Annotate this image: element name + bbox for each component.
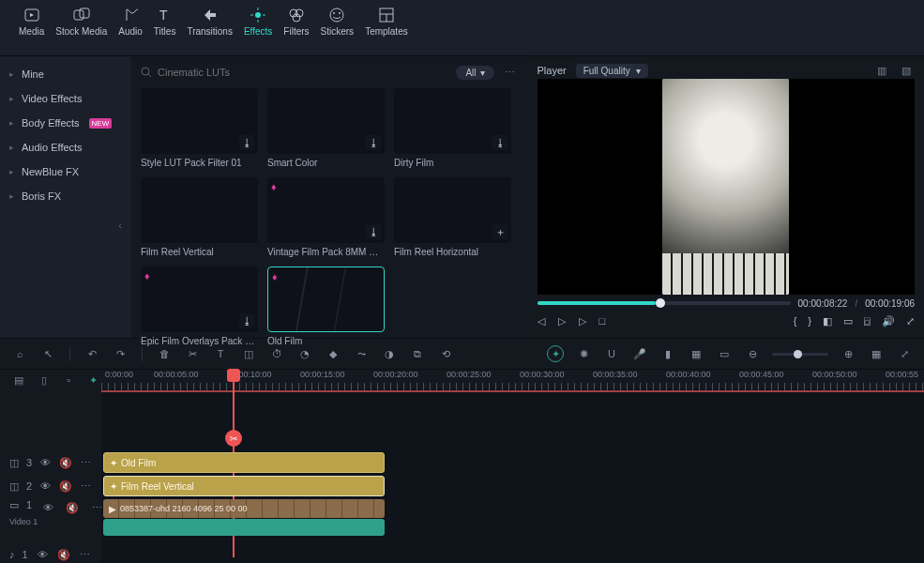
download-icon[interactable]: ⭳ xyxy=(492,135,507,150)
lock-icon[interactable]: ⋯ xyxy=(80,478,92,495)
thumb-label: Film Reel Horizontal xyxy=(394,247,511,257)
prev-frame-button[interactable]: ◁ xyxy=(538,315,545,327)
mute-icon[interactable]: 🔇 xyxy=(64,499,81,516)
add-icon[interactable]: ＋ xyxy=(492,224,507,239)
speed-button[interactable]: ⏱ xyxy=(268,345,285,362)
timeline-opts-icon[interactable]: ▤ xyxy=(11,372,27,388)
snap-icon[interactable]: ▫ xyxy=(61,372,77,388)
snapshot-button[interactable]: ⌼ xyxy=(864,315,871,327)
mute-icon[interactable]: 🔇 xyxy=(59,454,72,471)
compare-icon[interactable]: ▥ xyxy=(873,62,890,79)
redo-button[interactable]: ↷ xyxy=(112,345,129,362)
quality-dropdown[interactable]: Full Quality ▾ xyxy=(576,64,648,78)
auto-ripple-icon[interactable]: ▯ xyxy=(37,372,53,388)
effect-thumb[interactable]: ⭳Style LUT Pack Filter 01 xyxy=(141,88,258,168)
sidebar-item[interactable]: ▸NewBlue FX xyxy=(0,160,131,184)
play-button[interactable]: ▷ xyxy=(558,315,566,327)
fit-button[interactable]: ⤢ xyxy=(896,345,913,362)
effect-thumb[interactable]: Film Reel Vertical xyxy=(141,177,258,257)
fullscreen-button[interactable]: ⤢ xyxy=(906,315,915,327)
volume-button[interactable]: 🔊 xyxy=(882,315,895,327)
visibility-icon[interactable]: 👁 xyxy=(39,478,52,495)
filter-dropdown[interactable]: All ▾ xyxy=(456,66,493,80)
ai-button[interactable]: ✦ xyxy=(547,345,564,362)
link-button[interactable]: ⟲ xyxy=(437,345,454,362)
marker-button[interactable]: ▮ xyxy=(659,345,676,362)
undo-button[interactable]: ↶ xyxy=(83,345,100,362)
mute-icon[interactable]: 🔇 xyxy=(56,546,70,563)
timeline-ruler[interactable]: 0:00:00 00:00:05:0000:00:10:0000:00:15:0… xyxy=(101,370,924,390)
underline-button[interactable]: U xyxy=(603,345,620,362)
pointer-icon[interactable]: ↖ xyxy=(39,345,56,362)
grid-view-button[interactable]: ▦ xyxy=(868,345,885,362)
render-preview-button[interactable]: ▭ xyxy=(843,315,853,327)
lock-icon[interactable]: ⋯ xyxy=(80,454,92,471)
search-input[interactable] xyxy=(158,67,270,78)
group-button[interactable]: ⧉ xyxy=(409,345,426,362)
clip-old-film[interactable]: ✦ Old Film xyxy=(103,452,385,473)
time-current: 00:00:08:22 xyxy=(798,298,848,309)
sidebar-collapse-button[interactable]: ‹ xyxy=(0,216,131,235)
color-button[interactable]: ◔ xyxy=(296,345,313,362)
transitions-icon xyxy=(201,6,220,24)
topnav-media[interactable]: Media xyxy=(19,6,44,37)
topnav-stock[interactable]: Stock Media xyxy=(55,6,107,37)
mic-button[interactable]: 🎤 xyxy=(631,345,648,362)
effect-thumb[interactable]: ♦⭳Epic Film Overlays Pack Over... xyxy=(141,266,258,346)
visibility-icon[interactable]: 👁 xyxy=(39,499,56,516)
sidebar-item[interactable]: ▸Mine xyxy=(0,62,131,86)
preview-progress[interactable] xyxy=(538,301,791,305)
render-button[interactable]: ▭ xyxy=(716,345,733,362)
topnav-templates[interactable]: Templates xyxy=(365,6,408,37)
topnav-audio[interactable]: Audio xyxy=(118,6,143,37)
speedramp-button[interactable]: ⤳ xyxy=(353,345,370,362)
magnet-icon[interactable]: ⌕ xyxy=(11,345,28,362)
clip-audio[interactable] xyxy=(103,519,385,536)
next-frame-button[interactable]: ▷ xyxy=(579,315,586,327)
topnav-titles[interactable]: TTitles xyxy=(154,6,176,37)
mask-button[interactable]: ◑ xyxy=(381,345,398,362)
topnav-effects[interactable]: Effects xyxy=(244,6,272,37)
clip-film-reel-vertical[interactable]: ✦ Film Reel Vertical xyxy=(103,476,385,496)
download-icon[interactable]: ⭳ xyxy=(366,135,381,150)
zoom-in-button[interactable]: ⊕ xyxy=(840,345,856,362)
sidebar-item[interactable]: ▸Body EffectsNEW xyxy=(0,111,131,135)
download-icon[interactable]: ⭳ xyxy=(239,313,254,328)
download-icon[interactable]: ⭳ xyxy=(239,135,254,150)
effect-thumb[interactable]: ⭳Dirty Film xyxy=(394,88,511,168)
mark-out-button[interactable]: } xyxy=(808,315,811,327)
more-menu-button[interactable]: ⋯ xyxy=(502,64,519,81)
zoom-slider[interactable] xyxy=(772,353,828,356)
effect-thumb[interactable]: ♦Old Film xyxy=(267,266,385,346)
visibility-icon[interactable]: 👁 xyxy=(36,546,50,563)
effect-thumb[interactable]: ♦⭳Vintage Film Pack 8MM DIR... xyxy=(267,177,385,257)
adjust-button[interactable]: ✺ xyxy=(575,345,592,362)
zoom-out-button[interactable]: ⊖ xyxy=(744,345,761,362)
topnav-label: Templates xyxy=(365,26,408,37)
mark-in-button[interactable]: { xyxy=(794,315,797,327)
stop-button[interactable]: □ xyxy=(599,315,606,327)
chevron-down-icon: ▾ xyxy=(636,66,641,76)
crop-button[interactable]: ◫ xyxy=(240,345,257,362)
split-button[interactable]: ✂ xyxy=(184,345,201,362)
effect-thumb[interactable]: ⭳Smart Color xyxy=(267,88,385,168)
visibility-icon[interactable]: 👁 xyxy=(39,454,52,471)
sidebar-item[interactable]: ▸Video Effects xyxy=(0,86,131,111)
clip-video[interactable]: ▶ 0853387-uhd 2160 4096 25 00 00 xyxy=(103,499,385,518)
sidebar-item[interactable]: ▸Audio Effects xyxy=(0,135,131,160)
topnav-transitions[interactable]: Transitions xyxy=(187,6,233,37)
track-button[interactable]: ▦ xyxy=(688,345,704,362)
lock-icon[interactable]: ⋯ xyxy=(78,546,92,563)
mute-icon[interactable]: 🔇 xyxy=(59,478,72,495)
text-button[interactable]: T xyxy=(212,345,229,362)
linked-icon[interactable]: ✦ xyxy=(86,372,102,388)
snapshot-icon[interactable]: ▧ xyxy=(898,62,915,79)
topnav-filters[interactable]: Filters xyxy=(283,6,309,37)
topnav-stickers[interactable]: Stickers xyxy=(321,6,355,37)
delete-button[interactable]: 🗑 xyxy=(156,345,173,362)
voiceover-button[interactable]: ◧ xyxy=(823,315,832,327)
download-icon[interactable]: ⭳ xyxy=(366,224,381,239)
effect-thumb[interactable]: ＋Film Reel Horizontal xyxy=(394,177,511,257)
sidebar-item[interactable]: ▸Boris FX xyxy=(0,184,131,208)
keyframe-button[interactable]: ◆ xyxy=(325,345,341,362)
